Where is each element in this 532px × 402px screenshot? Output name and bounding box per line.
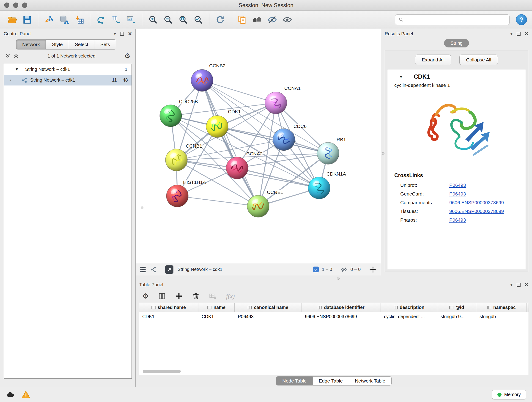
cloud-icon[interactable] bbox=[6, 390, 15, 399]
network-node-CDC25B[interactable] bbox=[160, 105, 182, 127]
network-node-CCNB1[interactable] bbox=[165, 149, 187, 171]
column-header-shared-name[interactable]: shared name bbox=[139, 303, 198, 312]
tab-select[interactable]: Select bbox=[69, 39, 94, 50]
search-input[interactable] bbox=[406, 17, 506, 22]
tab-network-table[interactable]: Network Table bbox=[349, 376, 392, 385]
panel-close-icon[interactable]: × bbox=[525, 31, 528, 37]
splitter-handle[interactable] bbox=[382, 152, 385, 155]
minimize-window-button[interactable] bbox=[13, 2, 18, 8]
export-image-button[interactable] bbox=[124, 13, 138, 27]
crosslink-link[interactable]: 9606.ENSP00000378699 bbox=[449, 200, 504, 205]
zoom-fit-button[interactable] bbox=[176, 13, 190, 27]
zoom-selected-button[interactable] bbox=[191, 13, 206, 27]
network-node-HIST1H1A[interactable] bbox=[166, 185, 188, 207]
table-row[interactable]: CDK1CDK1P064939606.ENSP00000378699cyclin… bbox=[139, 312, 529, 321]
string-share-icon[interactable] bbox=[150, 266, 157, 273]
delete-column-trash-icon[interactable] bbox=[192, 293, 200, 300]
save-session-button[interactable] bbox=[20, 13, 34, 27]
network-row-selected[interactable]: ● String Network – cdk1 11 48 bbox=[4, 75, 132, 85]
import-network-file-button[interactable] bbox=[42, 13, 56, 27]
splitter-handle[interactable] bbox=[141, 206, 143, 209]
selection-checkbox[interactable] bbox=[313, 267, 319, 272]
tab-node-table[interactable]: Node Table bbox=[276, 376, 313, 385]
cell-database-identifier[interactable]: 9606.ENSP00000378699 bbox=[302, 312, 381, 321]
open-in-window-button[interactable] bbox=[165, 265, 173, 274]
panel-close-icon[interactable]: × bbox=[525, 282, 528, 288]
group-nodes-button[interactable] bbox=[250, 13, 264, 27]
cell-canonical-name[interactable]: P06493 bbox=[234, 312, 302, 321]
table-settings-gear-icon[interactable]: ⚙ bbox=[143, 293, 149, 300]
network-node-CDC6[interactable] bbox=[273, 128, 295, 151]
column-header-canonical-name[interactable]: canonical name bbox=[234, 303, 302, 312]
close-window-button[interactable] bbox=[4, 2, 9, 8]
expand-all-button[interactable]: Expand All bbox=[415, 55, 451, 65]
network-node-CCNA1[interactable] bbox=[265, 92, 287, 114]
memory-button[interactable]: Memory bbox=[492, 390, 526, 400]
cell-id[interactable]: stringdb:9... bbox=[437, 312, 476, 321]
network-collection-row[interactable]: ▼ String Network – cdk1 1 bbox=[4, 64, 132, 75]
maximize-window-button[interactable] bbox=[22, 2, 27, 8]
column-header-id[interactable]: @id bbox=[437, 303, 476, 312]
cell-shared-name[interactable]: CDK1 bbox=[139, 312, 198, 321]
gear-icon[interactable]: ⚙ bbox=[124, 52, 130, 59]
crosslink-link[interactable]: P06493 bbox=[449, 182, 466, 188]
add-column-plus-icon[interactable] bbox=[175, 293, 183, 300]
warning-icon[interactable] bbox=[22, 390, 30, 399]
birdseye-grid-icon[interactable] bbox=[140, 266, 146, 273]
network-node-RB1[interactable] bbox=[317, 142, 339, 164]
hide-selected-button[interactable] bbox=[265, 13, 279, 27]
panel-close-icon[interactable]: × bbox=[128, 31, 132, 37]
tab-sets[interactable]: Sets bbox=[94, 39, 116, 50]
cell-description[interactable]: cyclin–dependent ... bbox=[381, 312, 437, 321]
tree-expander-icon[interactable]: ▼ bbox=[15, 67, 19, 72]
tab-edge-table[interactable]: Edge Table bbox=[313, 376, 349, 385]
panel-float-icon[interactable] bbox=[120, 32, 124, 36]
copy-style-button[interactable] bbox=[235, 13, 249, 27]
string-tab-badge[interactable]: String bbox=[444, 39, 469, 47]
show-all-button[interactable] bbox=[280, 13, 294, 27]
network-node-CCNE1[interactable] bbox=[247, 195, 269, 217]
network-node-CCNB2[interactable] bbox=[191, 70, 213, 91]
column-header-database-identifier[interactable]: database identifier bbox=[302, 303, 381, 312]
gene-expander-icon[interactable]: ▼ bbox=[399, 74, 403, 79]
cell-name[interactable]: CDK1 bbox=[198, 312, 234, 321]
move-crosshair-icon[interactable] bbox=[369, 266, 377, 273]
column-header-name[interactable]: name bbox=[198, 303, 234, 312]
network-edge-CCNB2-CCNA1[interactable] bbox=[202, 80, 276, 103]
cell-namespac[interactable]: stringdb bbox=[476, 312, 527, 321]
network-from-table-button[interactable] bbox=[109, 13, 123, 27]
expand-all-icon[interactable] bbox=[13, 53, 19, 59]
tab-network[interactable]: Network bbox=[16, 39, 46, 50]
panel-menu-icon[interactable]: ▾ bbox=[510, 282, 513, 287]
network-edge-CCNB2-CCNE1[interactable] bbox=[202, 80, 258, 206]
network-node-CDK1[interactable] bbox=[206, 115, 228, 138]
panel-menu-icon[interactable]: ▾ bbox=[114, 32, 116, 36]
open-session-button[interactable] bbox=[5, 13, 19, 27]
crosslink-link[interactable]: P06493 bbox=[449, 217, 466, 223]
column-header-namespac[interactable]: namespac bbox=[476, 303, 527, 312]
network-node-CCNA2[interactable] bbox=[226, 157, 248, 179]
network-node-CDKN1A[interactable] bbox=[308, 177, 330, 199]
import-network-database-button[interactable] bbox=[57, 13, 71, 27]
splitter-handle[interactable] bbox=[337, 277, 340, 280]
apply-layout-button[interactable] bbox=[213, 13, 227, 27]
zoom-in-button[interactable] bbox=[146, 13, 160, 27]
collapse-all-button[interactable]: Collapse All bbox=[459, 55, 498, 65]
zoom-out-button[interactable] bbox=[161, 13, 175, 27]
panel-float-icon[interactable] bbox=[517, 283, 520, 287]
panel-float-icon[interactable] bbox=[517, 32, 520, 36]
horizontal-splitter[interactable] bbox=[136, 275, 532, 280]
horizontal-scrollbar-thumb[interactable] bbox=[143, 370, 181, 373]
network-graph[interactable]: CCNB2CCNA1CDC25BCDK1CDC6RB1CCNB1CCNA2CDK… bbox=[136, 29, 381, 263]
help-button[interactable]: ? bbox=[516, 14, 527, 25]
collapse-all-icon[interactable] bbox=[5, 53, 11, 59]
show-columns-icon[interactable] bbox=[158, 293, 166, 300]
crosslink-link[interactable]: 9606.ENSP00000378699 bbox=[449, 209, 504, 214]
clone-network-button[interactable] bbox=[94, 13, 108, 27]
crosslink-link[interactable]: P06493 bbox=[449, 191, 466, 197]
tab-style[interactable]: Style bbox=[46, 39, 69, 50]
network-canvas[interactable]: CCNB2CCNA1CDC25BCDK1CDC6RB1CCNB1CCNA2CDK… bbox=[136, 29, 381, 263]
panel-menu-icon[interactable]: ▾ bbox=[510, 32, 513, 36]
network-edge-HIST1H1A-CCNE1[interactable] bbox=[177, 196, 258, 206]
column-header-description[interactable]: description bbox=[381, 303, 437, 312]
